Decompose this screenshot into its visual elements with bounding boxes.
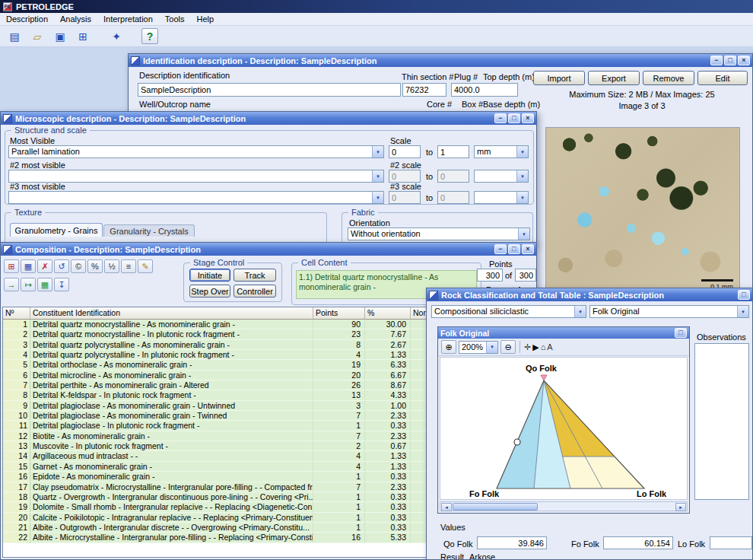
initiate-button[interactable]: Initiate [189,269,230,282]
menu-description[interactable]: Description [0,14,54,24]
maximize-button[interactable]: □ [724,56,736,65]
controller-button[interactable]: Controller [234,285,276,298]
tab-granularity-crystals[interactable]: Granularity - Crystals [103,224,195,237]
qo-folk-input[interactable] [477,536,547,549]
label-tool-icon[interactable]: A [547,342,552,352]
cell-pts: 1 [313,492,365,502]
lo-folk-input[interactable] [710,536,752,549]
cell-pts: 90 [313,320,365,329]
menu-interpretation[interactable]: Interpretation [97,14,159,24]
microscope-icon[interactable]: ✦ [108,28,125,44]
green-table-icon[interactable]: ▦ [37,278,52,291]
microscopic-title: Microscopic description - Description: S… [15,114,491,123]
copyright-icon[interactable]: © [71,259,86,273]
grid-icon[interactable]: ▦ [21,259,36,273]
description-id-input[interactable] [138,83,401,97]
scale-unit-combo[interactable]: mm ▼ [474,145,529,158]
maximize-button[interactable]: □ [508,113,520,123]
header-percent[interactable]: % [365,307,411,320]
edit-notes-icon[interactable]: ✎ [138,259,153,273]
close-button[interactable]: × [738,56,750,65]
data-table-icon[interactable]: ⊞ [75,28,91,44]
scale-to-input[interactable] [437,145,469,158]
microscopic-titlebar[interactable]: Microscopic description - Description: S… [1,112,536,125]
probe-tool-icon[interactable]: ✛ [524,342,531,352]
open-description-icon[interactable]: ▱ [29,28,46,44]
restore-button[interactable]: □ [675,328,687,338]
minimize-button[interactable]: − [494,244,507,254]
close-button[interactable]: × [522,113,534,123]
cell-pts: 1 [313,513,365,523]
export-button[interactable]: Export [588,71,640,85]
top-depth-label: Top depth (m) [483,72,535,81]
scale3-from-input[interactable] [389,191,421,204]
diagram-type-combo[interactable]: Folk Original ▼ [589,305,749,318]
track-button[interactable]: Track [234,269,276,282]
cell-name: Calcite - Poikilotopic - Intragranular r… [30,513,313,523]
top-depth-input[interactable] [451,83,518,97]
restore-button[interactable]: □ [738,290,750,300]
percent-icon[interactable]: % [87,259,103,273]
scrollbar-thumb[interactable] [453,503,538,511]
main-window-titlebar[interactable]: PL PETROLEDGE [0,0,753,13]
cell-n: 13 [3,441,30,451]
scale-from-input[interactable] [389,145,421,158]
most-visible-combo[interactable]: Parallel lamination ▼ [8,145,384,158]
header-points[interactable]: Points [313,307,365,320]
scale2-unit-combo[interactable]: ▼ [474,170,529,183]
edit-button[interactable]: Edit [697,71,748,85]
composition-titlebar[interactable]: Composition - Description: SampleDescrip… [1,243,536,256]
mv2-combo[interactable]: ▼ [8,170,384,183]
help-icon[interactable]: ? [141,28,158,44]
import-button[interactable]: Import [533,71,585,85]
fo-folk-input[interactable] [603,536,673,549]
export-down-icon[interactable]: ↧ [54,278,69,291]
scale3-to-input[interactable] [437,191,469,204]
minimize-button[interactable]: − [494,113,507,123]
scale-unit-value: mm [475,146,516,158]
rock-classification-titlebar[interactable]: Rock Classification and Total Table : Sa… [427,288,752,301]
scale2-to-input[interactable] [437,170,469,183]
zoom-level-combo[interactable]: 200% ▼ [459,341,498,354]
zoom-in-icon[interactable]: ⊕ [441,340,456,354]
tab-granulometry-grains[interactable]: Granulometry - Grains [10,223,103,237]
scroll-right-icon[interactable]: ▸ [675,503,686,511]
header-constituent[interactable]: Constituent Identification [30,307,313,320]
flag-tool-icon[interactable]: ▶ [532,342,539,352]
classification-type-combo[interactable]: Compositional siliciclastic ▼ [431,305,586,318]
header-number[interactable]: Nº [3,307,30,320]
scale3-unit-combo[interactable]: ▼ [474,191,529,204]
identification-titlebar[interactable]: Identification description - Description… [129,54,752,67]
thin-section-input[interactable] [402,83,446,97]
save-icon[interactable]: ▣ [52,28,68,44]
step-to-end-icon[interactable]: ↦ [21,278,36,291]
fraction-icon[interactable]: ½ [104,259,119,273]
ternary-diagram[interactable]: Qo Folk Fo Folk Lo Folk [440,357,688,500]
zoom-out-icon[interactable]: ⊖ [500,340,516,354]
new-description-icon[interactable]: ▤ [6,28,23,44]
points-total-input[interactable] [515,269,536,282]
undo-icon[interactable]: ↺ [54,259,69,273]
minimize-button[interactable]: − [710,56,723,65]
maximize-button[interactable]: □ [508,244,520,254]
count-table-icon[interactable]: ⊞ [4,259,19,273]
orientation-combo[interactable]: Without orientation ▼ [348,228,530,240]
step-forward-icon[interactable]: → [4,278,19,291]
list-icon[interactable]: ≡ [121,259,136,273]
home-tool-icon[interactable]: ⌂ [541,342,546,352]
step-over-button[interactable]: Step Over [189,285,230,298]
diagram-h-scrollbar[interactable]: ◂ ▸ [440,501,688,511]
menu-help[interactable]: Help [191,14,221,24]
points-of-label: of [505,271,512,280]
points-count-input[interactable] [477,269,503,282]
delete-icon[interactable]: ✗ [37,259,52,273]
observations-list[interactable] [694,343,749,500]
scroll-left-icon[interactable]: ◂ [441,503,452,511]
mv3-combo[interactable]: ▼ [8,191,384,204]
menu-tools[interactable]: Tools [159,14,191,24]
menu-analysis[interactable]: Analysis [54,14,97,24]
remove-button[interactable]: Remove [643,71,694,85]
folk-window-titlebar[interactable]: Folk Original □ [438,327,689,339]
close-button[interactable]: × [522,244,534,254]
scale2-from-input[interactable] [389,170,421,183]
